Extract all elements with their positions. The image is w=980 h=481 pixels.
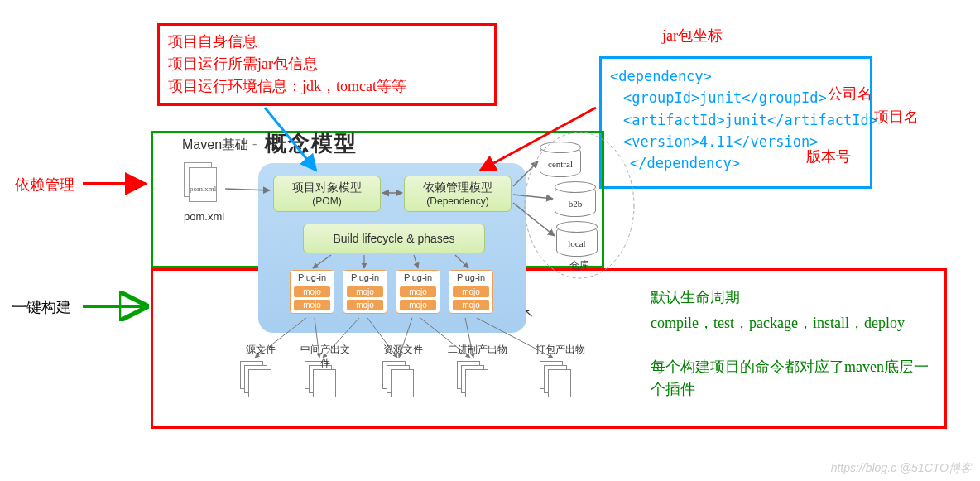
repo-b2b-label: b2b bbox=[555, 199, 595, 209]
out-5-label: 打包产出物 bbox=[523, 343, 598, 357]
out-4-label: 二进制产出物 bbox=[440, 343, 515, 357]
pom-sheet-front: pom.xml bbox=[189, 167, 217, 202]
plugin-2: Plug-in mojo mojo bbox=[343, 270, 387, 314]
box-dep-l2: (Dependency) bbox=[426, 195, 488, 207]
pom-file-label: pom.xml bbox=[184, 210, 224, 223]
lifecycle-l3: 每个构建项目的命令都对应了maven底层一个插件 bbox=[651, 356, 932, 401]
plugin-4-hdr: Plug-in bbox=[449, 271, 492, 284]
repo-local: local bbox=[556, 225, 598, 257]
pom-sheet-text: pom.xml bbox=[190, 185, 216, 193]
top-red-line1: 项目自身信息 bbox=[168, 31, 486, 53]
top-red-line2: 项目运行所需jar包信息 bbox=[168, 53, 486, 75]
lifecycle-l2: compile，test，package，install，deploy bbox=[651, 312, 932, 334]
out-2-label: 中间产出文件 bbox=[296, 343, 354, 371]
jar-title: jar包坐标 bbox=[662, 25, 723, 47]
xml-box: <dependency> <groupId>junit</groupId> <a… bbox=[599, 56, 872, 189]
plugin-3-m1: mojo bbox=[400, 286, 436, 297]
xml-dep-open: <dependency> bbox=[610, 65, 862, 87]
lifecycle-text: 默认生命周期 compile，test，package，install，depl… bbox=[651, 286, 932, 401]
box-pom: 项目对象模型 (POM) bbox=[273, 176, 381, 212]
box-lifecycle-label: Build lifecycle & phases bbox=[333, 232, 454, 245]
repo-central: central bbox=[540, 146, 581, 177]
box-pom-l2: (POM) bbox=[312, 195, 341, 207]
box-dep: 依赖管理模型 (Dependency) bbox=[404, 176, 512, 212]
repo-central-label: central bbox=[540, 159, 580, 169]
box-pom-l1: 项目对象模型 bbox=[292, 180, 362, 195]
plugin-1: Plug-in mojo mojo bbox=[290, 270, 334, 314]
xml-label-company: 公司名 bbox=[828, 83, 872, 105]
plugin-2-m2: mojo bbox=[347, 300, 383, 310]
xml-artifactid: <artifactId>junit</artifactId> bbox=[610, 109, 862, 131]
plugin-4-m2: mojo bbox=[453, 300, 489, 310]
plugin-2-hdr: Plug-in bbox=[343, 271, 387, 284]
out-3-label: 资源文件 bbox=[374, 343, 432, 357]
repo-group-label: 仓库 bbox=[569, 258, 589, 272]
out-1-label: 源文件 bbox=[232, 343, 290, 357]
title-maven: Maven基础 bbox=[182, 137, 248, 154]
plugin-4-m1: mojo bbox=[453, 286, 489, 297]
lifecycle-l1: 默认生命周期 bbox=[651, 286, 932, 309]
top-red-line3: 项目运行环境信息：jdk，tomcat等等 bbox=[168, 75, 486, 98]
watermark: https://blog.c @51CTO博客 bbox=[831, 461, 972, 476]
xml-label-project: 项目名 bbox=[874, 106, 919, 128]
plugin-3: Plug-in mojo mojo bbox=[396, 270, 440, 314]
plugin-1-m2: mojo bbox=[294, 300, 330, 310]
repo-local-label: local bbox=[557, 238, 597, 248]
plugin-3-m2: mojo bbox=[400, 300, 436, 310]
top-red-box: 项目自身信息 项目运行所需jar包信息 项目运行环境信息：jdk，tomcat等… bbox=[157, 23, 497, 106]
repo-b2b: b2b bbox=[555, 185, 596, 217]
box-lifecycle: Build lifecycle & phases bbox=[303, 224, 485, 253]
xml-label-version: 版本号 bbox=[806, 146, 851, 168]
title-dash: - bbox=[252, 137, 257, 152]
title-concept: 概念模型 bbox=[265, 129, 358, 158]
left-label-dep: 依赖管理 bbox=[15, 174, 74, 196]
plugin-1-m1: mojo bbox=[294, 286, 330, 297]
cursor-icon: ↖ bbox=[524, 306, 534, 320]
plugin-4: Plug-in mojo mojo bbox=[449, 270, 493, 314]
plugin-1-hdr: Plug-in bbox=[291, 271, 334, 284]
left-label-build: 一键构建 bbox=[12, 296, 71, 319]
plugin-3-hdr: Plug-in bbox=[396, 271, 440, 284]
xml-groupid: <groupId>junit</groupId> bbox=[610, 87, 862, 108]
plugin-2-m1: mojo bbox=[347, 286, 383, 297]
box-dep-l1: 依赖管理模型 bbox=[423, 180, 492, 195]
